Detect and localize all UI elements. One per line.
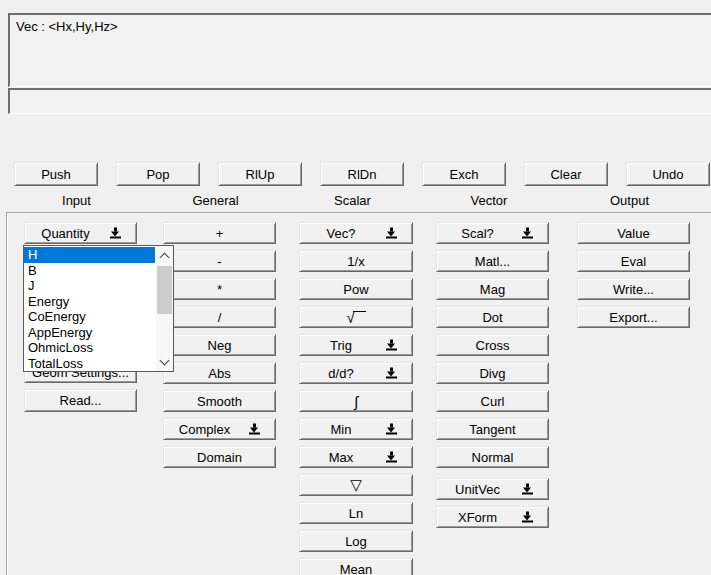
dropdown-arrow-icon: [386, 228, 397, 239]
button-label: Min: [331, 422, 352, 437]
rldn-button[interactable]: RlDn: [320, 162, 404, 186]
button-label: Domain: [197, 450, 242, 465]
scroll-down-button[interactable]: [156, 353, 173, 370]
button-label: Read...: [60, 393, 102, 408]
sqrt-vinculum: [353, 311, 366, 312]
chevron-up-icon: [160, 252, 170, 262]
cross-button[interactable]: Cross: [436, 334, 549, 356]
button-label: Log: [345, 534, 367, 549]
vec-question-dropdown-button[interactable]: Vec?: [299, 222, 413, 244]
dropdown-option[interactable]: AppEnergy: [24, 325, 155, 341]
button-label: Neg: [208, 338, 232, 353]
divg-button[interactable]: Divg: [436, 362, 549, 384]
ln-button[interactable]: Ln: [299, 502, 413, 524]
neg-button[interactable]: Neg: [163, 334, 276, 356]
message-bar: [8, 88, 711, 114]
push-button[interactable]: Push: [14, 162, 98, 186]
button-label: Cross: [476, 338, 510, 353]
dot-button[interactable]: Dot: [436, 306, 549, 328]
rlup-button[interactable]: RlUp: [218, 162, 302, 186]
dropdown-option[interactable]: B: [24, 263, 155, 279]
log-button[interactable]: Log: [299, 530, 413, 552]
xform-dropdown-button[interactable]: XForm: [436, 506, 549, 528]
tangent-button[interactable]: Tangent: [436, 418, 549, 440]
multiply-button[interactable]: *: [163, 278, 276, 300]
button-label: d/d?: [328, 366, 353, 381]
write-button[interactable]: Write...: [577, 278, 690, 300]
dropdown-option[interactable]: J: [24, 278, 155, 294]
button-label: XForm: [458, 510, 497, 525]
button-label: Quantity: [41, 226, 89, 241]
abs-button[interactable]: Abs: [163, 362, 276, 384]
nabla-button[interactable]: ▽: [299, 474, 413, 496]
button-label: Max: [329, 450, 354, 465]
export-button[interactable]: Export...: [577, 306, 690, 328]
sqrt-button[interactable]: √: [299, 306, 413, 328]
button-label: Pop: [146, 167, 169, 182]
quantity-dropdown-button[interactable]: Quantity: [24, 222, 137, 244]
button-label: Curl: [481, 394, 505, 409]
curl-button[interactable]: Curl: [436, 390, 549, 412]
min-dropdown-button[interactable]: Min: [299, 418, 413, 440]
dropdown-option[interactable]: Energy: [24, 294, 155, 310]
button-label: Push: [41, 167, 71, 182]
unitvec-dropdown-button[interactable]: UnitVec: [436, 478, 549, 500]
smooth-button[interactable]: Smooth: [163, 390, 276, 412]
button-label: Tangent: [469, 422, 515, 437]
dropdown-arrow-icon: [386, 424, 397, 435]
dropdown-option[interactable]: TotalLoss: [24, 356, 155, 372]
mean-button[interactable]: Mean: [299, 558, 413, 575]
button-label: RlUp: [246, 167, 275, 182]
integral-button[interactable]: ∫: [299, 390, 413, 412]
clear-button[interactable]: Clear: [524, 162, 608, 186]
button-label: +: [216, 226, 224, 241]
plus-button[interactable]: +: [163, 222, 276, 244]
max-dropdown-button[interactable]: Max: [299, 446, 413, 468]
scal-question-dropdown-button[interactable]: Scal?: [436, 222, 549, 244]
stack-entry[interactable]: Vec : <Hx,Hy,Hz>: [10, 15, 711, 38]
pop-button[interactable]: Pop: [116, 162, 200, 186]
matl-button[interactable]: Matl...: [436, 250, 549, 272]
divide-button[interactable]: /: [163, 306, 276, 328]
button-label: -: [217, 254, 221, 269]
field-calculator-window: Vec : <Hx,Hy,Hz> Push Pop RlUp RlDn Exch…: [0, 0, 711, 575]
button-label: Scal?: [461, 226, 494, 241]
button-label: ∫: [354, 393, 358, 410]
button-label: Exch: [450, 167, 479, 182]
derivative-dropdown-button[interactable]: d/d?: [299, 362, 413, 384]
pow-button[interactable]: Pow: [299, 278, 413, 300]
trig-dropdown-button[interactable]: Trig: [299, 334, 413, 356]
button-label: Export...: [609, 310, 657, 325]
mag-button[interactable]: Mag: [436, 278, 549, 300]
eval-button[interactable]: Eval: [577, 250, 690, 272]
dropdown-option[interactable]: CoEnergy: [24, 309, 155, 325]
section-label-scalar: Scalar: [295, 193, 410, 208]
section-label-output: Output: [573, 193, 686, 208]
normal-button[interactable]: Normal: [436, 446, 549, 468]
dropdown-arrow-icon: [522, 228, 533, 239]
quantity-dropdown-list: H B J Energy CoEnergy AppEnergy OhmicLos…: [23, 245, 174, 372]
button-label: Smooth: [197, 394, 242, 409]
reciprocal-button[interactable]: 1/x: [299, 250, 413, 272]
domain-button[interactable]: Domain: [163, 446, 276, 468]
value-button[interactable]: Value: [577, 222, 690, 244]
stack-display[interactable]: Vec : <Hx,Hy,Hz>: [8, 13, 711, 87]
complex-dropdown-button[interactable]: Complex: [163, 418, 276, 440]
button-label: Mean: [340, 562, 373, 575]
exch-button[interactable]: Exch: [422, 162, 506, 186]
dropdown-arrow-icon: [386, 340, 397, 351]
minus-button[interactable]: -: [163, 250, 276, 272]
undo-button[interactable]: Undo: [626, 162, 710, 186]
button-label: Mag: [480, 282, 505, 297]
dropdown-scrollbar[interactable]: [156, 246, 173, 371]
button-label: Eval: [621, 254, 646, 269]
button-label: Matl...: [475, 254, 510, 269]
dropdown-option[interactable]: H: [24, 247, 155, 263]
button-label: Complex: [179, 422, 230, 437]
read-button[interactable]: Read...: [24, 389, 137, 412]
button-label: Ln: [349, 506, 363, 521]
scrollbar-thumb[interactable]: [157, 266, 172, 314]
scroll-up-button[interactable]: [156, 247, 173, 264]
button-label: Vec?: [327, 226, 356, 241]
dropdown-option[interactable]: OhmicLoss: [24, 340, 155, 356]
